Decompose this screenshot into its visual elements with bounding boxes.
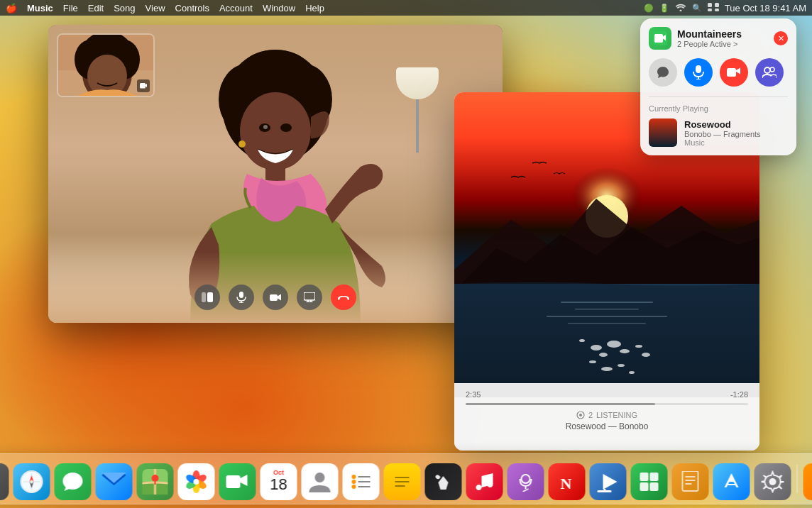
svg-rect-117 xyxy=(683,471,698,491)
dock-item-photos[interactable] xyxy=(178,463,215,500)
svg-rect-23 xyxy=(207,292,213,302)
svg-rect-114 xyxy=(650,473,659,481)
svg-rect-48 xyxy=(547,316,667,317)
svg-marker-110 xyxy=(603,474,618,490)
dock-item-home[interactable] xyxy=(803,463,813,500)
svg-point-0 xyxy=(679,9,681,11)
mic-button[interactable] xyxy=(684,58,713,87)
dock-item-safari[interactable] xyxy=(13,463,50,500)
svg-rect-116 xyxy=(650,482,659,491)
dock-item-launchpad[interactable] xyxy=(0,463,9,500)
svg-point-101 xyxy=(352,485,356,489)
apple-menu[interactable]: 🍎 xyxy=(6,3,17,13)
currently-playing-label: Currently Playing xyxy=(649,104,788,113)
notif-subtitle[interactable]: 2 People Active > xyxy=(677,40,774,48)
notif-track-artist: Bonobo — Fragments xyxy=(684,130,761,138)
svg-point-41 xyxy=(579,339,585,342)
message-button[interactable] xyxy=(649,58,677,87)
svg-point-51 xyxy=(579,414,582,416)
screen-share-button[interactable] xyxy=(297,285,322,310)
wifi-icon xyxy=(675,4,686,13)
menubar-account[interactable]: Account xyxy=(219,3,253,13)
svg-rect-53 xyxy=(696,65,701,73)
svg-point-37 xyxy=(599,353,608,357)
svg-point-45 xyxy=(629,371,635,374)
video-button[interactable] xyxy=(720,58,748,87)
notif-header: Mountaineers 2 People Active > ✕ xyxy=(649,27,788,50)
dock-item-maps[interactable] xyxy=(137,463,174,500)
camera-button[interactable] xyxy=(263,285,288,310)
dock-item-numbers[interactable] xyxy=(631,463,668,500)
dock-item-pages[interactable] xyxy=(672,463,709,500)
dock-item-mail[interactable] xyxy=(96,463,133,500)
menubar-file[interactable]: File xyxy=(63,3,78,13)
listening-label: LISTENING xyxy=(596,411,637,419)
svg-rect-95 xyxy=(226,475,241,488)
menubar-song[interactable]: Song xyxy=(114,3,135,13)
svg-point-122 xyxy=(769,478,777,485)
dock-item-appstore[interactable] xyxy=(713,463,750,500)
time-elapsed: 2:35 xyxy=(466,390,481,399)
notification-panel: Mountaineers 2 People Active > ✕ xyxy=(640,18,796,155)
end-call-button[interactable] xyxy=(331,285,356,310)
svg-point-13 xyxy=(238,140,246,148)
dock-item-facetime[interactable] xyxy=(219,463,256,500)
dock-item-news[interactable]: N xyxy=(549,463,586,500)
svg-point-12 xyxy=(263,125,268,129)
dock-item-reminders[interactable] xyxy=(343,463,380,500)
notif-album-art xyxy=(649,118,677,147)
svg-point-99 xyxy=(352,480,356,484)
notif-track-row: Rosewood Bonobo — Fragments Music xyxy=(649,118,788,147)
facetime-app-icon xyxy=(649,27,671,50)
sidebar-toggle-button[interactable] xyxy=(194,285,220,310)
svg-point-42 xyxy=(642,353,650,357)
notif-actions xyxy=(649,58,788,87)
notif-close-button[interactable]: ✕ xyxy=(774,31,788,45)
svg-rect-49 xyxy=(568,323,646,324)
svg-rect-112 xyxy=(604,489,606,492)
svg-point-57 xyxy=(764,67,770,73)
svg-point-96 xyxy=(315,473,325,482)
dock-item-appletv[interactable] xyxy=(425,463,462,500)
shareplay-button[interactable] xyxy=(755,58,784,87)
svg-point-87 xyxy=(152,475,159,482)
dock-item-sysprefs[interactable] xyxy=(755,463,791,500)
control-center-icon[interactable] xyxy=(708,3,719,13)
dock-item-calendar[interactable]: Oct 18 xyxy=(260,463,297,500)
svg-text:N: N xyxy=(561,475,572,492)
svg-rect-56 xyxy=(727,68,736,77)
menubar-help[interactable]: Help xyxy=(305,3,324,13)
dock-item-notes[interactable] xyxy=(384,463,421,500)
svg-point-38 xyxy=(620,349,630,353)
dock-item-music[interactable] xyxy=(466,463,503,500)
pip-camera-indicator xyxy=(137,79,150,92)
svg-rect-113 xyxy=(640,473,649,481)
menubar-controls[interactable]: Controls xyxy=(175,3,209,13)
dock-item-podcasts[interactable] xyxy=(508,463,544,500)
notif-divider xyxy=(649,96,788,97)
svg-point-97 xyxy=(352,475,356,479)
dock-item-messages[interactable] xyxy=(55,463,92,500)
dock-item-keynote[interactable] xyxy=(590,463,627,500)
svg-rect-28 xyxy=(304,292,315,300)
search-icon[interactable]: 🔍 xyxy=(692,4,702,13)
svg-rect-2 xyxy=(715,3,719,7)
time-remaining: -1:28 xyxy=(730,390,748,399)
menubar-view[interactable]: View xyxy=(146,3,165,13)
mute-button[interactable] xyxy=(229,285,254,310)
shareplay-icon xyxy=(576,411,585,419)
menubar: 🍎 Music File Edit Song View Controls Acc… xyxy=(0,0,812,16)
menubar-edit[interactable]: Edit xyxy=(88,3,104,13)
menubar-window[interactable]: Window xyxy=(263,3,295,13)
dock-item-contacts[interactable] xyxy=(302,463,339,500)
pip-thumbnail[interactable] xyxy=(57,33,155,97)
facetime-controls xyxy=(194,285,356,310)
progress-bar[interactable] xyxy=(466,403,748,405)
svg-rect-1 xyxy=(708,3,712,7)
svg-point-40 xyxy=(635,345,642,348)
music-controls-bar: 2:35 -1:28 2 LISTENING Rosewood — Bonobo xyxy=(454,383,759,451)
svg-point-35 xyxy=(591,345,602,350)
svg-rect-27 xyxy=(270,294,278,301)
svg-point-39 xyxy=(589,360,596,363)
menubar-app-name[interactable]: Music xyxy=(27,3,53,13)
